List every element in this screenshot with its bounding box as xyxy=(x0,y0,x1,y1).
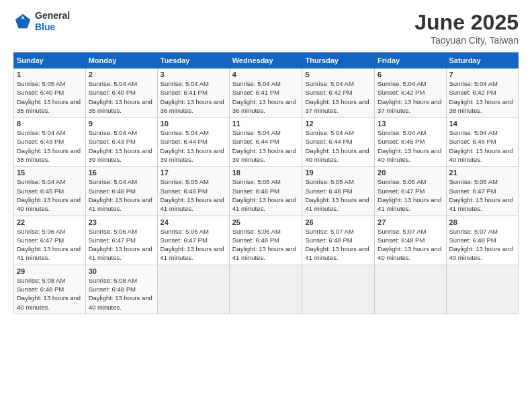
day-number: 22 xyxy=(17,218,83,226)
day-number: 29 xyxy=(17,267,83,275)
table-row: 25 Sunrise: 5:06 AM Sunset: 6:48 PM Dayl… xyxy=(229,216,302,265)
day-number: 18 xyxy=(232,169,300,177)
day-number: 7 xyxy=(449,71,515,79)
logo-general-text: General xyxy=(35,10,70,21)
table-row: 19 Sunrise: 5:05 AM Sunset: 6:46 PM Dayl… xyxy=(302,167,375,216)
table-row: 15 Sunrise: 5:04 AM Sunset: 6:45 PM Dayl… xyxy=(14,167,86,216)
table-row: 1 Sunrise: 5:05 AM Sunset: 6:40 PM Dayli… xyxy=(14,68,86,118)
day-number: 2 xyxy=(89,71,154,79)
day-info: Sunrise: 5:08 AM Sunset: 6:48 PM Dayligh… xyxy=(89,276,154,312)
calendar-row: 1 Sunrise: 5:05 AM Sunset: 6:40 PM Dayli… xyxy=(14,68,519,118)
day-info: Sunrise: 5:04 AM Sunset: 6:45 PM Dayligh… xyxy=(378,128,443,164)
day-number: 17 xyxy=(161,169,226,177)
day-info: Sunrise: 5:06 AM Sunset: 6:48 PM Dayligh… xyxy=(232,227,300,263)
table-row: 10 Sunrise: 5:04 AM Sunset: 6:44 PM Dayl… xyxy=(157,118,229,167)
day-number: 16 xyxy=(89,169,154,177)
day-number: 5 xyxy=(305,71,371,79)
day-number: 27 xyxy=(378,218,443,226)
header-tuesday: Tuesday xyxy=(157,53,229,68)
day-info: Sunrise: 5:07 AM Sunset: 6:48 PM Dayligh… xyxy=(378,227,443,263)
day-number: 30 xyxy=(89,267,154,275)
header: General Blue June 2025 Taoyuan City, Tai… xyxy=(13,10,519,46)
header-monday: Monday xyxy=(85,53,157,68)
table-row: 6 Sunrise: 5:04 AM Sunset: 6:42 PM Dayli… xyxy=(375,68,446,118)
calendar-row: 8 Sunrise: 5:04 AM Sunset: 6:43 PM Dayli… xyxy=(14,118,519,167)
table-row: 16 Sunrise: 5:04 AM Sunset: 6:46 PM Dayl… xyxy=(85,167,157,216)
day-info: Sunrise: 5:05 AM Sunset: 6:46 PM Dayligh… xyxy=(232,177,300,213)
table-row xyxy=(229,265,302,314)
day-info: Sunrise: 5:04 AM Sunset: 6:45 PM Dayligh… xyxy=(17,177,83,213)
table-row: 24 Sunrise: 5:06 AM Sunset: 6:47 PM Dayl… xyxy=(157,216,229,265)
table-row: 30 Sunrise: 5:08 AM Sunset: 6:48 PM Dayl… xyxy=(85,265,157,314)
day-number: 24 xyxy=(161,218,226,226)
day-info: Sunrise: 5:04 AM Sunset: 6:41 PM Dayligh… xyxy=(161,79,226,115)
day-info: Sunrise: 5:06 AM Sunset: 6:47 PM Dayligh… xyxy=(17,227,83,263)
day-number: 10 xyxy=(161,120,226,128)
table-row: 5 Sunrise: 5:04 AM Sunset: 6:42 PM Dayli… xyxy=(302,68,375,118)
day-info: Sunrise: 5:04 AM Sunset: 6:41 PM Dayligh… xyxy=(232,79,300,115)
day-number: 23 xyxy=(89,218,154,226)
day-number: 19 xyxy=(305,169,371,177)
day-info: Sunrise: 5:04 AM Sunset: 6:40 PM Dayligh… xyxy=(89,79,154,115)
calendar-row: 15 Sunrise: 5:04 AM Sunset: 6:45 PM Dayl… xyxy=(14,167,519,216)
day-info: Sunrise: 5:04 AM Sunset: 6:46 PM Dayligh… xyxy=(89,177,154,213)
table-row xyxy=(157,265,229,314)
table-row: 9 Sunrise: 5:04 AM Sunset: 6:43 PM Dayli… xyxy=(85,118,157,167)
table-row: 3 Sunrise: 5:04 AM Sunset: 6:41 PM Dayli… xyxy=(157,68,229,118)
day-info: Sunrise: 5:04 AM Sunset: 6:42 PM Dayligh… xyxy=(449,79,515,115)
table-row: 23 Sunrise: 5:06 AM Sunset: 6:47 PM Dayl… xyxy=(85,216,157,265)
logo-icon xyxy=(13,12,32,31)
header-sunday: Sunday xyxy=(14,53,86,68)
day-number: 28 xyxy=(449,218,515,226)
table-row: 13 Sunrise: 5:04 AM Sunset: 6:45 PM Dayl… xyxy=(375,118,446,167)
header-friday: Friday xyxy=(375,53,446,68)
logo-blue-text: Blue xyxy=(35,21,70,33)
day-info: Sunrise: 5:06 AM Sunset: 6:47 PM Dayligh… xyxy=(89,227,154,263)
table-row: 11 Sunrise: 5:04 AM Sunset: 6:44 PM Dayl… xyxy=(229,118,302,167)
calendar-table: Sunday Monday Tuesday Wednesday Thursday… xyxy=(13,52,519,314)
table-row: 2 Sunrise: 5:04 AM Sunset: 6:40 PM Dayli… xyxy=(85,68,157,118)
table-row: 20 Sunrise: 5:05 AM Sunset: 6:47 PM Dayl… xyxy=(375,167,446,216)
day-number: 8 xyxy=(17,120,83,128)
day-info: Sunrise: 5:04 AM Sunset: 6:44 PM Dayligh… xyxy=(161,128,226,164)
day-info: Sunrise: 5:07 AM Sunset: 6:48 PM Dayligh… xyxy=(449,227,515,263)
table-row: 8 Sunrise: 5:04 AM Sunset: 6:43 PM Dayli… xyxy=(14,118,86,167)
day-number: 21 xyxy=(449,169,515,177)
table-row: 18 Sunrise: 5:05 AM Sunset: 6:46 PM Dayl… xyxy=(229,167,302,216)
day-info: Sunrise: 5:04 AM Sunset: 6:44 PM Dayligh… xyxy=(305,128,371,164)
day-number: 11 xyxy=(232,120,300,128)
table-row xyxy=(302,265,375,314)
table-row: 7 Sunrise: 5:04 AM Sunset: 6:42 PM Dayli… xyxy=(446,68,518,118)
table-row: 21 Sunrise: 5:05 AM Sunset: 6:47 PM Dayl… xyxy=(446,167,518,216)
weekday-header-row: Sunday Monday Tuesday Wednesday Thursday… xyxy=(14,53,519,68)
calendar-row: 22 Sunrise: 5:06 AM Sunset: 6:47 PM Dayl… xyxy=(14,216,519,265)
day-number: 15 xyxy=(17,169,83,177)
logo: General Blue xyxy=(13,10,70,33)
day-number: 1 xyxy=(17,71,83,79)
day-info: Sunrise: 5:05 AM Sunset: 6:46 PM Dayligh… xyxy=(305,177,371,213)
day-number: 3 xyxy=(161,71,226,79)
day-info: Sunrise: 5:04 AM Sunset: 6:45 PM Dayligh… xyxy=(449,128,515,164)
table-row xyxy=(446,265,518,314)
table-row: 12 Sunrise: 5:04 AM Sunset: 6:44 PM Dayl… xyxy=(302,118,375,167)
table-row: 4 Sunrise: 5:04 AM Sunset: 6:41 PM Dayli… xyxy=(229,68,302,118)
day-number: 12 xyxy=(305,120,371,128)
day-info: Sunrise: 5:05 AM Sunset: 6:40 PM Dayligh… xyxy=(17,79,83,115)
day-info: Sunrise: 5:04 AM Sunset: 6:44 PM Dayligh… xyxy=(232,128,300,164)
table-row: 22 Sunrise: 5:06 AM Sunset: 6:47 PM Dayl… xyxy=(14,216,86,265)
calendar-row: 29 Sunrise: 5:08 AM Sunset: 6:48 PM Dayl… xyxy=(14,265,519,314)
header-saturday: Saturday xyxy=(446,53,518,68)
day-number: 9 xyxy=(89,120,154,128)
table-row: 26 Sunrise: 5:07 AM Sunset: 6:48 PM Dayl… xyxy=(302,216,375,265)
day-number: 6 xyxy=(378,71,443,79)
page: General Blue June 2025 Taoyuan City, Tai… xyxy=(0,0,532,411)
table-row xyxy=(375,265,446,314)
day-info: Sunrise: 5:05 AM Sunset: 6:46 PM Dayligh… xyxy=(161,177,226,213)
day-number: 25 xyxy=(232,218,300,226)
table-row: 27 Sunrise: 5:07 AM Sunset: 6:48 PM Dayl… xyxy=(375,216,446,265)
day-info: Sunrise: 5:06 AM Sunset: 6:47 PM Dayligh… xyxy=(161,227,226,263)
day-info: Sunrise: 5:05 AM Sunset: 6:47 PM Dayligh… xyxy=(378,177,443,213)
day-info: Sunrise: 5:04 AM Sunset: 6:43 PM Dayligh… xyxy=(17,128,83,164)
table-row: 28 Sunrise: 5:07 AM Sunset: 6:48 PM Dayl… xyxy=(446,216,518,265)
table-row: 17 Sunrise: 5:05 AM Sunset: 6:46 PM Dayl… xyxy=(157,167,229,216)
